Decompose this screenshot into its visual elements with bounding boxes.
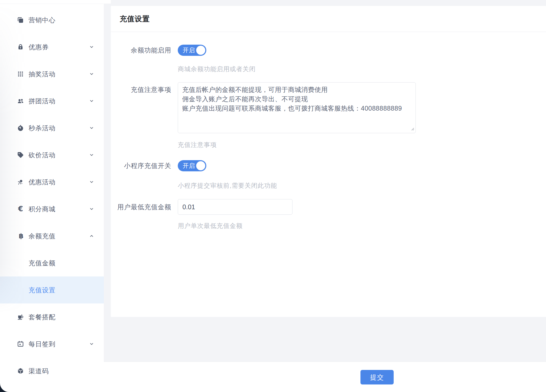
coffee-cup-icon	[16, 313, 25, 321]
sidebar: 营销中心 优惠券 抽奖活动	[0, 0, 104, 392]
firework-icon	[16, 178, 25, 186]
sidebar-item-channel-code[interactable]: 渠道码	[0, 357, 104, 384]
resize-handle-icon[interactable]	[410, 126, 415, 132]
grid-icon	[16, 70, 25, 78]
sidebar-subitem-recharge-amount[interactable]: 充值金额	[0, 249, 104, 276]
sidebar-item-promotions[interactable]: 优惠活动	[0, 168, 104, 195]
sidebar-subitem-recharge-settings[interactable]: 充值设置	[0, 276, 104, 303]
form-row-recharge-notes: 充值注意事项 充值后帐户的金额不能提现，可用于商城消费使用 佣金导入账户之后不能…	[111, 82, 546, 149]
sidebar-item-label: 抽奖活动	[29, 70, 56, 78]
chevron-down-icon	[88, 71, 95, 77]
chevron-down-icon	[88, 206, 95, 212]
recharge-notes-textarea[interactable]: 充值后帐户的金额不能提现，可用于商城消费使用 佣金导入账户之后不能再次导出、不可…	[178, 82, 416, 133]
sidebar-item-package-combo[interactable]: 套餐搭配	[0, 303, 104, 330]
sidebar-item-label: 充值设置	[29, 286, 56, 294]
sidebar-item-label: 套餐搭配	[29, 313, 56, 321]
helper-text: 小程序提交审核前,需要关闭此功能	[178, 181, 277, 190]
chevron-down-icon	[88, 152, 95, 158]
helper-text: 充值注意事项	[178, 140, 416, 149]
card-header: 充值设置	[111, 6, 546, 32]
field-label: 小程序充值开关	[111, 160, 178, 190]
sidebar-item-label: 优惠券	[29, 43, 49, 51]
chevron-down-icon	[88, 44, 95, 50]
sidebar-item-lottery[interactable]: 抽奖活动	[0, 60, 104, 87]
top-hairline	[0, 0, 111, 4]
toggle-knob	[196, 161, 205, 170]
sidebar-item-bargain[interactable]: 砍价活动	[0, 141, 104, 168]
sidebar-item-label: 积分商城	[29, 205, 56, 213]
field-label: 充值注意事项	[111, 82, 178, 149]
sidebar-item-points-mall[interactable]: € 积分商城	[0, 195, 104, 222]
settings-card: 充值设置 余额功能启用 开启 商城余额功能启用或者关闭 充值注意事项	[111, 6, 546, 317]
chevron-down-icon	[88, 125, 95, 131]
sidebar-item-label: 砍价活动	[29, 151, 56, 159]
form-row-balance-enable: 余额功能启用 开启 商城余额功能启用或者关闭	[111, 45, 546, 73]
miniprogram-recharge-toggle[interactable]: 开启	[178, 160, 206, 171]
stacked-squares-icon	[16, 16, 25, 24]
chevron-up-icon	[88, 233, 95, 239]
sidebar-item-label: 渠道码	[29, 367, 49, 375]
sidebar-item-label: 营销中心	[29, 16, 56, 24]
settings-form: 余额功能启用 开启 商城余额功能启用或者关闭 充值注意事项 充值后帐户的金额不能…	[111, 32, 546, 230]
stopwatch-icon	[16, 124, 25, 132]
page-title: 充值设置	[120, 14, 150, 24]
sidebar-item-label: 充值金额	[29, 259, 56, 267]
form-row-miniprogram-switch: 小程序充值开关 开启 小程序提交审核前,需要关闭此功能	[111, 160, 546, 190]
sidebar-item-label: 每日签到	[29, 340, 56, 348]
form-row-min-amount: 用户最低充值金额 用户单次最低充值金额	[111, 199, 546, 230]
sidebar-item-group-buy[interactable]: 拼团活动	[0, 87, 104, 114]
sidebar-item-label: 拼团活动	[29, 97, 56, 105]
min-recharge-amount-input[interactable]	[178, 199, 292, 215]
balance-enable-toggle[interactable]: 开启	[178, 45, 206, 56]
helper-text: 用户单次最低充值金额	[178, 221, 292, 230]
baht-icon: ฿	[16, 232, 25, 240]
helper-text: 商城余额功能启用或者关闭	[178, 65, 256, 73]
calendar-icon	[16, 340, 25, 348]
toggle-on-label: 开启	[183, 162, 195, 170]
sidebar-item-label: 余额充值	[29, 232, 56, 240]
sidebar-item-marketing-center[interactable]: 营销中心	[0, 6, 104, 33]
chevron-down-icon	[88, 98, 95, 104]
sidebar-menu: 营销中心 优惠券 抽奖活动	[0, 6, 104, 384]
app-screen: 营销中心 优惠券 抽奖活动	[0, 0, 546, 392]
toggle-on-label: 开启	[183, 46, 195, 54]
lock-icon	[16, 43, 25, 51]
chevron-down-icon	[88, 179, 95, 185]
field-label: 用户最低充值金额	[111, 199, 178, 230]
tag-icon	[16, 151, 25, 159]
sidebar-item-label: 秒杀活动	[29, 124, 56, 132]
sidebar-item-flash-sale[interactable]: 秒杀活动	[0, 114, 104, 141]
field-label: 余额功能启用	[111, 45, 178, 73]
submit-button[interactable]: 提交	[360, 370, 394, 384]
svg-text:€: €	[18, 205, 23, 213]
cube-icon	[16, 367, 25, 375]
sidebar-item-balance-recharge[interactable]: ฿ 余额充值	[0, 222, 104, 249]
svg-text:฿: ฿	[19, 232, 23, 240]
sidebar-item-coupons[interactable]: 优惠券	[0, 33, 104, 60]
euro-icon: €	[16, 205, 25, 213]
sidebar-item-label: 优惠活动	[29, 178, 56, 186]
sidebar-item-daily-checkin[interactable]: 每日签到	[0, 330, 104, 357]
users-icon	[16, 97, 25, 105]
chevron-down-icon	[88, 341, 95, 347]
toggle-knob	[196, 46, 205, 55]
footer-bar: 提交	[104, 362, 546, 392]
